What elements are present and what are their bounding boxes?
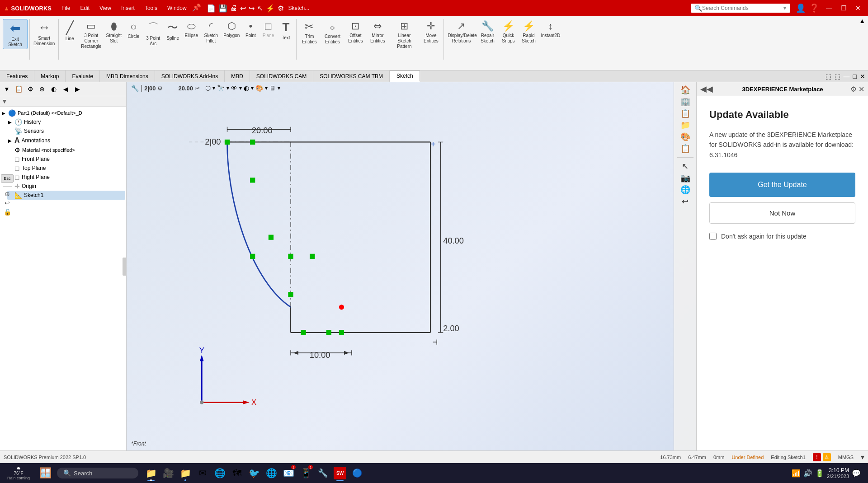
dm-btn[interactable]: ⊕	[37, 84, 47, 94]
rt-home-icon[interactable]: 🏠	[680, 85, 690, 95]
mirror-entities-btn[interactable]: ⇔ MirrorEntities	[367, 19, 388, 45]
tab-mbd[interactable]: MBD	[225, 70, 250, 82]
view-orient-icon[interactable]: 🔭	[217, 84, 225, 92]
filter-icon[interactable]: ▼	[1, 98, 8, 105]
exit-sketch-btn[interactable]: ⬅ ExitSketch	[3, 19, 28, 49]
view-display-arrow[interactable]: ▾	[239, 85, 242, 91]
view-orient-arrow[interactable]: ▾	[226, 85, 229, 91]
search-dropdown-icon[interactable]: ▾	[783, 5, 786, 11]
tree-item-top-plane[interactable]: ◻ Top Plane	[7, 164, 125, 173]
tab-sketch[interactable]: Sketch	[390, 70, 420, 82]
taskbar-app-edge[interactable]: 🌐	[263, 464, 279, 482]
rebuild-icon[interactable]: ⚡	[266, 4, 275, 13]
taskbar-app-explorer[interactable]: 📁	[143, 464, 159, 482]
nav-right-btn[interactable]: ▶	[72, 84, 83, 94]
esc-button[interactable]: Esc	[1, 174, 14, 183]
menu-tools[interactable]: Tools	[140, 3, 162, 13]
save-icon[interactable]: 💾	[218, 4, 227, 13]
rt-cursor-icon[interactable]: ↖	[682, 161, 689, 171]
rt-3d-icon[interactable]: 🏢	[680, 97, 690, 107]
close-btn[interactable]: ✕	[852, 2, 864, 14]
rt-undo-icon[interactable]: ↩	[682, 197, 689, 206]
rt-camera-icon[interactable]: 📷	[680, 173, 690, 183]
taskbar-search[interactable]: 🔍 Search	[57, 468, 138, 478]
line-btn[interactable]: ╱ Line	[61, 19, 79, 43]
taskbar-app-maps[interactable]: 🗺	[229, 464, 245, 482]
spline-btn[interactable]: 〜 Spline	[164, 19, 182, 42]
tray-wifi-icon[interactable]: 📶	[792, 469, 801, 478]
tree-root-item[interactable]: ▶ 🔵 Part1 (Default) <<Default>_D	[1, 108, 125, 117]
display-delete-relations-btn[interactable]: ↗ Display/DeleteRelations	[446, 19, 476, 45]
tree-item-origin[interactable]: ✛ Origin	[7, 182, 125, 191]
tree-item-sketch1[interactable]: 📐 Sketch1	[7, 191, 125, 200]
view-monitor-arrow[interactable]: ▾	[278, 85, 280, 91]
tab-cam[interactable]: SOLIDWORKS CAM	[250, 70, 313, 82]
repair-sketch-btn[interactable]: 🔧 RepairSketch	[477, 19, 498, 45]
tab-float-btn[interactable]: ⬚	[825, 72, 832, 81]
menu-insert[interactable]: Insert	[117, 3, 139, 13]
not-now-button[interactable]: Not Now	[709, 202, 855, 224]
view-section-arrow[interactable]: ▾	[251, 85, 254, 91]
circle-btn[interactable]: ○ Circle	[124, 19, 142, 41]
tab-min-btn[interactable]: —	[843, 72, 851, 81]
tab-addins[interactable]: SOLIDWORKS Add-Ins	[155, 70, 225, 82]
canvas-tool-2[interactable]: ⚙	[157, 85, 163, 92]
options-icon[interactable]: ⚙	[278, 4, 284, 13]
menu-window[interactable]: Window	[163, 3, 191, 13]
rapid-sketch-btn[interactable]: ⚡ RapidSketch	[519, 19, 538, 45]
user-icon[interactable]: 👤	[796, 3, 806, 13]
dont-ask-checkbox[interactable]	[709, 233, 717, 240]
tab-close-btn[interactable]: ✕	[859, 72, 866, 81]
tree-item-history[interactable]: ▶ 🕐 History	[7, 117, 125, 127]
taskbar-app-browser[interactable]: 🌐	[212, 464, 228, 482]
view-color-arrow[interactable]: ▾	[265, 85, 268, 91]
sidebar-icon-3[interactable]: 🔒	[4, 208, 11, 216]
text-btn[interactable]: T Text	[277, 19, 294, 42]
taskbar-app-file[interactable]: 📁	[177, 464, 193, 482]
sidebar-collapse-handle[interactable]	[123, 258, 126, 276]
rt-folder-icon[interactable]: 📁	[680, 120, 690, 130]
redo-icon[interactable]: ↪	[249, 4, 255, 13]
canvas-area[interactable]: 🔧 | 2|00 ⚙ 20.00 ✂ ⬡ ▾ 🔭 ▾ 👁 ▾ ◐ ▾ 🎨 ▾ 🖥…	[127, 82, 696, 450]
tab-features[interactable]: Features	[0, 70, 34, 82]
config-manager-btn[interactable]: ⚙	[25, 84, 36, 94]
taskbar-app-sw[interactable]: SW	[332, 464, 348, 482]
menu-view[interactable]: View	[95, 3, 116, 13]
tray-clock[interactable]: 3:10 PM 2/21/2023	[827, 467, 849, 479]
move-entities-btn[interactable]: ✛ MoveEntities	[420, 19, 442, 45]
appearance-btn[interactable]: ◐	[48, 84, 59, 94]
menu-file[interactable]: File	[57, 3, 75, 13]
property-manager-btn[interactable]: 📋	[13, 84, 24, 94]
undo-icon[interactable]: ↩	[240, 4, 246, 13]
select-icon[interactable]: ↖	[257, 4, 263, 13]
tray-battery-icon[interactable]: 🔋	[815, 469, 824, 478]
search-box[interactable]: 🔍 ▾	[691, 4, 790, 13]
get-update-button[interactable]: Get the Update	[709, 173, 855, 197]
tab-expand-btn[interactable]: ⬚	[834, 72, 841, 81]
instant2d-btn[interactable]: ↕ Instant2D	[539, 19, 562, 40]
convert-entities-btn[interactable]: ⬦ ConvertEntities	[321, 19, 344, 46]
tree-item-right-plane[interactable]: ◻ Right Plane	[7, 173, 125, 182]
canvas-tool-1[interactable]: 🔧	[131, 84, 139, 92]
taskbar-app-3dx[interactable]: 🔵	[349, 464, 365, 482]
tab-mbd-dimensions[interactable]: MBD Dimensions	[100, 70, 155, 82]
trim-entities-btn[interactable]: ✂ TrimEntities	[298, 19, 320, 46]
tab-markup[interactable]: Markup	[34, 70, 66, 82]
point-btn[interactable]: • Point	[242, 19, 259, 40]
taskbar-app-camera[interactable]: 🎥	[160, 464, 176, 482]
rt-palette-icon[interactable]: 🎨	[680, 132, 690, 142]
straight-slot-btn[interactable]: ⬮ StraightSlot	[104, 19, 124, 45]
start-button[interactable]: 🪟	[36, 464, 54, 482]
taskbar-app-sw-tools[interactable]: 🔧	[315, 464, 331, 482]
dont-ask-label[interactable]: Don't ask again for this update	[721, 233, 807, 240]
print-icon[interactable]: 🖨	[230, 4, 237, 12]
view-arrow-icon[interactable]: ▾	[212, 85, 215, 91]
smart-dimension-btn[interactable]: ↔ SmartDimension	[32, 19, 57, 48]
view-section-icon[interactable]: ◐	[244, 84, 249, 92]
3pt-rectangle-btn[interactable]: ▭ 3 PointCornerRectangle	[79, 19, 103, 51]
sketch-fillet-btn[interactable]: ◜ SketchFillet	[201, 19, 221, 45]
pin-icon[interactable]: 📌	[192, 3, 201, 13]
nav-left-btn[interactable]: ◀	[60, 84, 71, 94]
tab-max-btn[interactable]: □	[852, 72, 858, 81]
linear-sketch-btn[interactable]: ⊞ Linear SketchPattern	[389, 19, 420, 51]
